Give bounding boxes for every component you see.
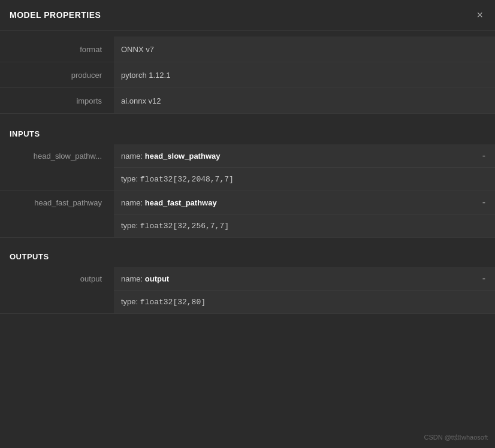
imports-label: imports [0,96,114,105]
output-name: name: output [121,274,169,283]
dialog-title: MODEL PROPERTIES [10,10,101,20]
model-properties-dialog: MODEL PROPERTIES × format ONNX v7 produc… [0,0,495,448]
input-slow-details: name: head_slow_pathway - type: float32[… [114,144,495,190]
dialog-header: MODEL PROPERTIES × [0,0,495,31]
producer-row: producer pytorch 1.12.1 [0,62,495,88]
output-name-row: name: output - [114,267,495,290]
output-type: type: float32[32,80] [121,297,206,307]
producer-label: producer [0,71,114,80]
output-details: name: output - type: float32[32,80] [114,267,495,313]
inputs-section-header: INPUTS [0,120,495,144]
input-fast-collapse[interactable]: - [480,197,488,208]
dialog-content: format ONNX v7 producer pytorch 1.12.1 i… [0,31,495,448]
format-label: format [0,45,114,54]
watermark: CSDN @tt姐whaosoft [424,433,488,442]
input-slow-collapse[interactable]: - [480,150,488,161]
close-button[interactable]: × [474,8,485,22]
input-slow-type: type: float32[32,2048,7,7] [121,174,234,184]
output-type-row: type: float32[32,80] [114,290,495,313]
input-slow-name-row: name: head_slow_pathway - [114,144,495,168]
properties-section: format ONNX v7 producer pytorch 1.12.1 i… [0,31,495,120]
input-fast-name-row: name: head_fast_pathway - [114,191,495,214]
input-fast-type: type: float32[32,256,7,7] [121,221,229,231]
input-slow-label: head_slow_pathw... [0,144,114,161]
format-value: ONNX v7 [114,37,495,62]
input-fast-name: name: head_fast_pathway [121,198,217,207]
format-row: format ONNX v7 [0,37,495,62]
imports-row: imports ai.onnx v12 [0,88,495,114]
outputs-section-header: OUTPUTS [0,243,495,267]
input-fast-label: head_fast_pathway [0,191,114,207]
input-slow-name: name: head_slow_pathway [121,152,220,161]
input-slow-type-row: type: float32[32,2048,7,7] [114,168,495,190]
imports-value: ai.onnx v12 [114,88,495,113]
input-fast-details: name: head_fast_pathway - type: float32[… [114,191,495,237]
producer-value: pytorch 1.12.1 [114,62,495,87]
output-collapse[interactable]: - [480,273,488,284]
output-label: output [0,267,114,283]
input-item-slow: head_slow_pathw... name: head_slow_pathw… [0,144,495,191]
input-item-fast: head_fast_pathway name: head_fast_pathwa… [0,191,495,238]
input-fast-type-row: type: float32[32,256,7,7] [114,214,495,237]
output-item: output name: output - type: float32[32,8… [0,267,495,314]
